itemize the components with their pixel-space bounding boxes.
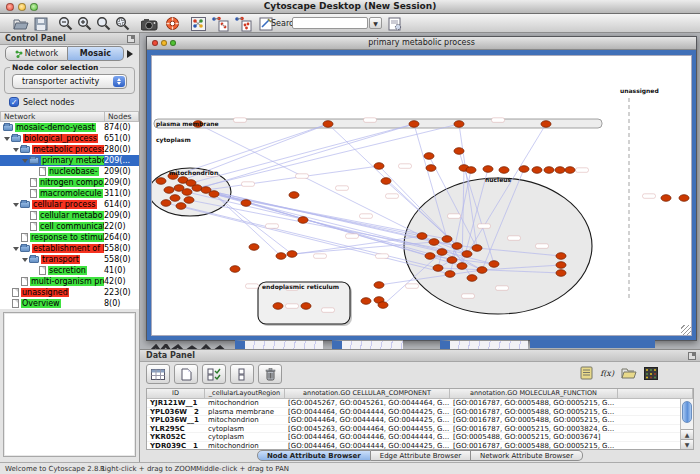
import-folder-icon[interactable] bbox=[621, 367, 637, 379]
column-header[interactable]: annotation.GO MOLECULAR_FUNCTION bbox=[450, 389, 618, 399]
select-attributes-button[interactable] bbox=[202, 364, 226, 384]
zoom-in-button[interactable] bbox=[75, 15, 93, 32]
network-node[interactable] bbox=[182, 189, 192, 196]
table-row[interactable]: YJR121W__1mitochondrion[GO:0045267, GO:0… bbox=[147, 399, 693, 408]
network-node[interactable] bbox=[424, 153, 434, 160]
network-node[interactable] bbox=[170, 195, 180, 202]
tree-header-nodes[interactable]: Nodes bbox=[105, 111, 139, 122]
network-node[interactable] bbox=[241, 200, 251, 207]
open-session-button[interactable] bbox=[11, 15, 29, 32]
tree-item[interactable]: cell communicat22(0) bbox=[0, 221, 139, 232]
tree-item[interactable]: unassigned223(0) bbox=[0, 287, 139, 298]
network-node[interactable] bbox=[467, 275, 477, 282]
search-dropdown-button[interactable]: ▼ bbox=[369, 17, 382, 29]
tree-item[interactable]: cellular metabo209(0) bbox=[0, 210, 139, 221]
network-node[interactable] bbox=[679, 195, 689, 202]
network-node[interactable] bbox=[442, 236, 452, 243]
network-node[interactable] bbox=[454, 121, 464, 128]
more-tabs-button[interactable] bbox=[124, 46, 135, 61]
network-node[interactable] bbox=[483, 166, 493, 173]
table-row[interactable]: YLR295Ccytoplasm[GO:0045263, GO:0044464,… bbox=[147, 425, 693, 434]
network-node[interactable] bbox=[273, 303, 283, 310]
network-node[interactable] bbox=[556, 262, 566, 269]
float-panel-icon[interactable] bbox=[127, 35, 135, 43]
network-node[interactable] bbox=[361, 298, 371, 305]
tree-item[interactable]: response to stimulu264(0) bbox=[0, 232, 139, 243]
network-overview-panel[interactable] bbox=[3, 312, 136, 457]
network-node[interactable] bbox=[499, 167, 509, 174]
network-node[interactable] bbox=[437, 249, 447, 256]
network-node[interactable] bbox=[276, 253, 286, 260]
network-node[interactable] bbox=[457, 263, 467, 270]
disclosure-triangle-icon[interactable] bbox=[13, 148, 19, 152]
tree-item[interactable]: establishment of lo558(0) bbox=[0, 243, 139, 254]
network-node[interactable] bbox=[556, 270, 566, 277]
tab-node-attribute-browser[interactable]: Node Attribute Browser bbox=[257, 450, 371, 461]
table-scrollbar[interactable]: ▲ ▼ bbox=[680, 399, 693, 449]
column-header[interactable]: annotation.GO CELLULAR_COMPONENT bbox=[285, 389, 450, 399]
network-node[interactable] bbox=[447, 257, 457, 264]
network-node[interactable] bbox=[374, 163, 384, 170]
vizmapper-button[interactable] bbox=[189, 15, 207, 32]
network-node[interactable] bbox=[374, 282, 384, 289]
annotation-pad-icon[interactable] bbox=[580, 366, 593, 380]
network-node[interactable] bbox=[472, 245, 482, 252]
network-node[interactable] bbox=[454, 148, 464, 155]
tree-item[interactable]: cellular process614(0) bbox=[0, 199, 139, 210]
column-header[interactable]: _cellularLayoutRegion bbox=[205, 389, 285, 399]
tree-item[interactable]: nucleobase-209(0) bbox=[0, 166, 139, 177]
network-node[interactable] bbox=[544, 167, 554, 174]
tree-item[interactable]: biological_process651(0) bbox=[0, 133, 139, 144]
network-graph[interactable]: plasma membranecytoplasmmitochondrionnuc… bbox=[152, 56, 692, 336]
table-row[interactable]: YPL036W__1mitochondrion[GO:0044464, GO:0… bbox=[147, 416, 693, 425]
network-node[interactable] bbox=[289, 192, 299, 199]
network-node[interactable] bbox=[452, 243, 462, 250]
network-node[interactable] bbox=[541, 121, 551, 128]
network-node[interactable] bbox=[445, 271, 455, 278]
network-node[interactable] bbox=[565, 167, 575, 174]
zoom-out-button[interactable] bbox=[56, 15, 74, 32]
tree-item[interactable]: nitrogen compo209(0) bbox=[0, 177, 139, 188]
network-node[interactable] bbox=[426, 165, 436, 172]
network-node[interactable] bbox=[556, 253, 566, 260]
unselect-attributes-button[interactable] bbox=[230, 364, 254, 384]
network-node[interactable] bbox=[429, 239, 439, 246]
network-node[interactable] bbox=[425, 253, 435, 260]
table-row[interactable]: YPL036W__2plasma membrane[GO:0044464, GO… bbox=[147, 408, 693, 417]
network-node[interactable] bbox=[477, 267, 487, 274]
scroll-down-button[interactable]: ▼ bbox=[681, 439, 693, 449]
select-all-attributes-button[interactable] bbox=[146, 364, 170, 384]
scroll-up-button[interactable]: ▲ bbox=[681, 429, 693, 439]
network-node[interactable] bbox=[156, 178, 166, 185]
network-node[interactable] bbox=[184, 197, 194, 204]
network-node[interactable] bbox=[301, 303, 311, 310]
tree-item[interactable]: primary metabo209(... bbox=[0, 155, 139, 166]
disclosure-triangle-icon[interactable] bbox=[13, 247, 19, 251]
network-node[interactable] bbox=[462, 251, 472, 258]
disclosure-triangle-icon[interactable] bbox=[22, 258, 28, 262]
network-node[interactable] bbox=[176, 203, 186, 210]
network-node[interactable] bbox=[323, 121, 333, 128]
network-node[interactable] bbox=[378, 302, 388, 309]
function-builder-icon[interactable]: f(x) bbox=[600, 369, 614, 378]
network-node[interactable] bbox=[519, 166, 529, 173]
network-edge[interactable] bbox=[181, 206, 438, 268]
network-canvas[interactable]: plasma membranecytoplasmmitochondrionnuc… bbox=[151, 55, 692, 336]
select-nodes-checkbox[interactable]: ✓ bbox=[9, 97, 19, 107]
save-session-button[interactable] bbox=[32, 15, 50, 32]
compare-networks-button-2[interactable] bbox=[233, 15, 255, 32]
network-node[interactable] bbox=[161, 200, 171, 207]
disclosure-triangle-icon[interactable] bbox=[13, 203, 19, 207]
tab-edge-attribute-browser[interactable]: Edge Attribute Browser bbox=[371, 450, 471, 461]
zoom-selected-button[interactable] bbox=[113, 15, 131, 32]
table-row[interactable]: YDR039C__1mitochondrion[GO:0044464, GO:0… bbox=[147, 442, 693, 450]
network-node[interactable] bbox=[555, 167, 565, 174]
tree-item[interactable]: transport558(0) bbox=[0, 254, 139, 265]
disclosure-triangle-icon[interactable] bbox=[4, 137, 10, 141]
tree-item[interactable]: macromolecule311(0) bbox=[0, 188, 139, 199]
float-panel-icon[interactable] bbox=[688, 352, 696, 360]
help-button[interactable] bbox=[163, 15, 181, 32]
network-edge[interactable] bbox=[197, 124, 459, 188]
scrollbar-thumb[interactable] bbox=[682, 401, 692, 423]
attribute-matrix-icon[interactable] bbox=[644, 367, 658, 380]
